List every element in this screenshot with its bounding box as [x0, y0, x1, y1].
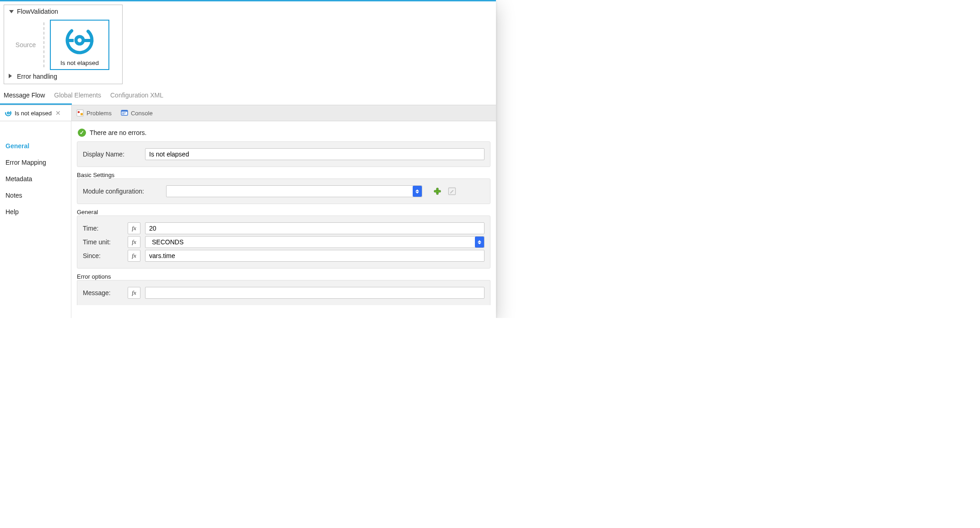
svg-rect-5 — [9, 113, 11, 113]
fx-button-message[interactable]: fx — [128, 287, 140, 299]
svg-rect-8 — [81, 113, 83, 115]
editor-tabbar: Message Flow Global Elements Configurati… — [0, 84, 496, 103]
source-slot[interactable]: Source — [8, 22, 44, 67]
display-name-input[interactable] — [145, 148, 485, 160]
twisty-right-icon[interactable] — [9, 74, 14, 79]
svg-point-7 — [78, 111, 80, 113]
twisty-down-icon[interactable] — [9, 9, 14, 14]
fx-button-time[interactable]: fx — [128, 222, 140, 234]
console-icon — [121, 109, 128, 117]
sidebar-item-general[interactable]: General — [0, 138, 71, 154]
time-unit-select[interactable] — [145, 236, 485, 248]
view-tab-is-not-elapsed[interactable]: Is not elapsed ✕ — [0, 105, 72, 121]
basic-settings-legend: Basic Settings — [77, 172, 490, 178]
sidebar-item-error-mapping[interactable]: Error Mapping — [0, 154, 71, 171]
flow-name-label: FlowValidation — [17, 8, 58, 15]
fx-button-time-unit[interactable]: fx — [128, 236, 140, 248]
problems-label: Problems — [86, 110, 112, 117]
sidebar-item-help[interactable]: Help — [0, 204, 71, 220]
sidebar-item-metadata[interactable]: Metadata — [0, 171, 71, 187]
flow-header[interactable]: FlowValidation — [4, 5, 122, 18]
component-is-not-elapsed[interactable]: Is not elapsed — [50, 20, 109, 70]
status-row: ✓ There are no errors. — [77, 127, 490, 141]
edit-config-button[interactable] — [447, 186, 457, 196]
svg-rect-1 — [68, 39, 74, 42]
svg-rect-12 — [122, 114, 124, 114]
error-handling-label: Error handling — [17, 73, 57, 80]
error-handling-header[interactable]: Error handling — [4, 70, 122, 84]
validation-icon — [65, 25, 95, 57]
tab-configuration-xml[interactable]: Configuration XML — [110, 92, 163, 99]
sidebar-item-notes[interactable]: Notes — [0, 187, 71, 204]
message-label: Message: — [83, 289, 123, 296]
active-view-indicator — [0, 103, 72, 105]
tab-global-elements[interactable]: Global Elements — [54, 92, 101, 99]
dropdown-arrow-icon[interactable] — [475, 237, 484, 248]
display-name-label: Display Name: — [83, 151, 140, 158]
svg-rect-2 — [84, 39, 91, 42]
svg-point-0 — [76, 37, 83, 44]
time-unit-label: Time unit: — [83, 238, 123, 246]
property-sidebar: General Error Mapping Metadata Notes Hel… — [0, 121, 71, 318]
component-label: Is not elapsed — [60, 59, 99, 66]
validation-small-icon — [5, 109, 12, 117]
view-tab-console[interactable]: Console — [116, 105, 157, 121]
general-legend: General — [77, 209, 490, 216]
flow-container: FlowValidation Source Is not el — [4, 5, 123, 84]
svg-rect-11 — [122, 113, 126, 113]
view-tab-label: Is not elapsed — [15, 110, 52, 117]
add-config-button[interactable] — [432, 186, 442, 196]
tab-message-flow[interactable]: Message Flow — [4, 92, 45, 99]
problems-icon — [76, 109, 84, 117]
svg-rect-10 — [121, 110, 128, 112]
fx-button-since[interactable]: fx — [128, 250, 140, 262]
svg-point-4 — [7, 112, 9, 114]
error-options-legend: Error options — [77, 273, 490, 280]
view-tab-problems[interactable]: Problems — [72, 105, 116, 121]
svg-rect-14 — [434, 190, 441, 192]
views-tabbar: Is not elapsed ✕ Problems — [0, 105, 496, 121]
time-label: Time: — [83, 225, 123, 232]
module-config-label: Module configuration: — [83, 188, 162, 195]
status-text: There are no errors. — [90, 129, 147, 136]
module-config-select[interactable] — [166, 185, 422, 197]
since-input[interactable] — [145, 250, 485, 262]
since-label: Since: — [83, 252, 123, 259]
time-input[interactable] — [145, 222, 485, 234]
source-placeholder: Source — [16, 41, 36, 48]
console-label: Console — [131, 110, 153, 117]
message-input[interactable] — [145, 287, 485, 299]
ok-icon: ✓ — [78, 129, 86, 137]
close-icon[interactable]: ✕ — [54, 109, 62, 117]
dropdown-arrow-icon[interactable] — [413, 186, 422, 197]
